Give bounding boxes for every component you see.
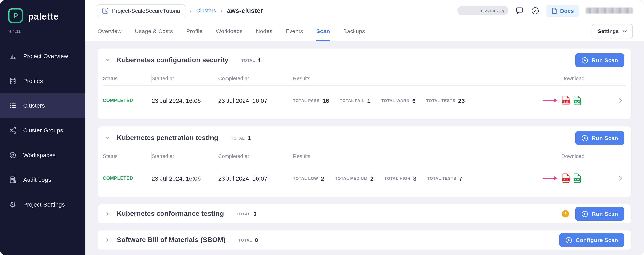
section-title: Kubernetes penetration testing (117, 134, 218, 142)
run-scan-button[interactable]: Run Scan (576, 131, 624, 145)
doc-icon (552, 8, 557, 14)
warning-icon[interactable] (562, 210, 569, 217)
sidebar-item-label: Clusters (23, 102, 45, 109)
col-actions (610, 152, 626, 160)
chevron-right-icon[interactable] (105, 211, 110, 216)
chevron-down-icon (622, 30, 627, 32)
sidebar-item-label: Project Overview (23, 53, 68, 60)
col-completed-at: Completed at (218, 152, 293, 160)
sidebar-item-cluster-groups[interactable]: Cluster Groups (0, 118, 85, 143)
palette-logo-icon[interactable]: P (8, 8, 23, 25)
col-started-at: Started at (152, 74, 218, 83)
table-header: Status Started at Completed at Results D… (103, 72, 626, 86)
main-column: Project-ScaleSecureTutoria / Clusters / … (85, 0, 644, 255)
settings-button[interactable]: Settings (592, 24, 633, 38)
section-header: Kubernetes conformance testing TOTAL 0 R… (98, 204, 631, 223)
tab-backups[interactable]: Backups (343, 21, 365, 41)
started-at-value: 23 Jul 2024, 16:06 (152, 175, 218, 182)
status-badge: COMPLETED (103, 98, 152, 103)
breadcrumb-clusters-link[interactable]: Clusters (196, 8, 216, 14)
tab-events[interactable]: Events (286, 21, 303, 41)
tab-scan[interactable]: Scan (316, 21, 330, 41)
completed-at-value: 23 Jul 2024, 16:07 (218, 97, 293, 104)
col-download: Download (562, 74, 610, 83)
sidebar-item-audit-logs[interactable]: Audit Logs (0, 168, 85, 192)
user-account-redacted[interactable] (586, 8, 633, 14)
sidebar-nav: Project Overview Profiles Clusters Clust… (0, 44, 85, 217)
download-cell: PDF CSV (562, 96, 610, 105)
pdf-download-icon[interactable]: PDF (562, 96, 570, 105)
sidebar-item-label: Cluster Groups (23, 127, 63, 134)
sidebar-item-label: Audit Logs (23, 177, 51, 183)
pdf-download-icon[interactable]: PDF (562, 174, 570, 183)
scan-table: Status Started at Completed at Results D… (98, 72, 631, 119)
compass-help-icon[interactable] (531, 6, 540, 15)
completed-at-value: 23 Jul 2024, 16:07 (218, 175, 293, 182)
section-title: Kubernetes configuration security (117, 56, 228, 64)
csv-download-icon[interactable]: CSV (574, 174, 582, 183)
section-header: Software Bill of Materials (SBOM) TOTAL … (98, 230, 631, 250)
sidebar-item-clusters[interactable]: Clusters (0, 93, 85, 118)
svg-text:CSV: CSV (575, 101, 580, 103)
scan-result-row[interactable]: COMPLETED 23 Jul 2024, 16:06 23 Jul 2024… (103, 86, 626, 115)
project-selector-chip[interactable]: Project-ScaleSecureTutoria (97, 4, 185, 17)
chevron-down-icon[interactable] (105, 135, 110, 141)
tab-nodes[interactable]: Nodes (256, 21, 272, 41)
breadcrumb-row: Project-ScaleSecureTutoria / Clusters / … (85, 0, 644, 21)
bar-chart-icon (9, 52, 17, 60)
svg-text:CSV: CSV (575, 178, 580, 181)
col-status: Status (103, 74, 152, 83)
annotation-arrow-icon (542, 98, 558, 103)
status-badge: COMPLETED (103, 176, 152, 181)
csv-download-icon[interactable]: CSV (574, 96, 582, 105)
palette-app: P palette 4.4.11 Project Overview Profil… (0, 0, 644, 255)
docs-button-label: Docs (560, 8, 574, 14)
play-icon (582, 210, 588, 217)
run-scan-button[interactable]: Run Scan (576, 54, 624, 67)
sidebar-item-label: Profiles (23, 78, 43, 84)
tab-overview[interactable]: Overview (98, 21, 122, 41)
total-badge: TOTAL 1 (241, 57, 261, 64)
sidebar-item-project-settings[interactable]: ⚙ Project Settings (0, 192, 85, 217)
chevron-right-icon[interactable] (617, 97, 626, 104)
scan-table: Status Started at Completed at Results D… (98, 150, 631, 197)
breadcrumb-cluster-name: aws-cluster (227, 7, 263, 14)
sidebar-item-profiles[interactable]: Profiles (0, 68, 85, 93)
chat-icon[interactable] (515, 6, 524, 15)
cluster-groups-icon (9, 126, 17, 134)
usage-pill: 1.65/100kCh (458, 6, 508, 15)
section-header: Kubernetes penetration testing TOTAL 1 R… (98, 126, 631, 150)
svg-text:PDF: PDF (564, 101, 568, 103)
run-scan-button[interactable]: Run Scan (576, 207, 624, 220)
col-status: Status (103, 152, 152, 160)
chevron-right-icon[interactable] (105, 237, 110, 243)
project-chart-icon (102, 8, 108, 14)
scan-section-configuration-security: Kubernetes configuration security TOTAL … (98, 49, 631, 119)
total-badge: TOTAL 0 (238, 237, 258, 243)
breadcrumb-separator: / (221, 8, 222, 14)
configure-scan-button[interactable]: Configure Scan (559, 233, 624, 247)
play-icon (565, 237, 572, 244)
chevron-right-icon[interactable] (617, 175, 626, 182)
version-label: 4.4.11 (0, 29, 85, 34)
svg-text:PDF: PDF (564, 178, 568, 181)
section-header: Kubernetes configuration security TOTAL … (98, 49, 631, 72)
tab-profile[interactable]: Profile (186, 21, 202, 41)
chevron-down-icon[interactable] (105, 58, 110, 63)
sidebar-item-workspaces[interactable]: Workspaces (0, 143, 85, 168)
col-results: Results (293, 152, 562, 160)
usage-pill-value: 1.65/100kCh (480, 8, 504, 13)
tab-workloads[interactable]: Workloads (216, 21, 243, 41)
annotation-arrow-icon (542, 176, 558, 181)
section-title: Software Bill of Materials (SBOM) (117, 236, 226, 244)
layers-icon (9, 77, 17, 85)
tabs-row: Overview Usage & Costs Profile Workloads… (85, 21, 644, 42)
tab-usage-costs[interactable]: Usage & Costs (135, 21, 173, 41)
scan-content: Kubernetes configuration security TOTAL … (85, 42, 644, 255)
scan-result-row[interactable]: COMPLETED 23 Jul 2024, 16:06 23 Jul 2024… (103, 164, 626, 193)
col-actions (610, 74, 626, 83)
sidebar-item-project-overview[interactable]: Project Overview (0, 44, 85, 68)
header: Project-ScaleSecureTutoria / Clusters / … (85, 0, 644, 42)
brand: P palette (0, 0, 85, 26)
docs-button[interactable]: Docs (546, 4, 579, 16)
